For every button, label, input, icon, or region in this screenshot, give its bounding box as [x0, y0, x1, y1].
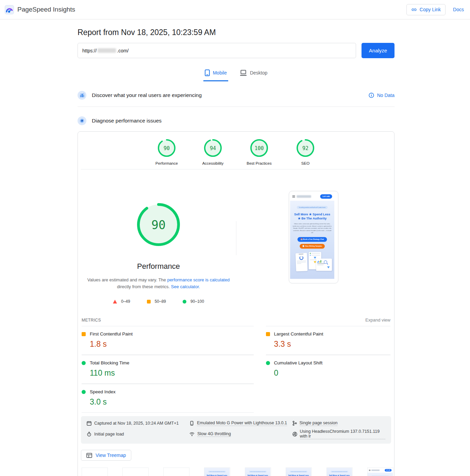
performance-score-gauge: 90 [136, 242, 181, 248]
analyze-button[interactable]: Analyze [362, 43, 395, 58]
no-data-status[interactable]: No Data [369, 93, 395, 98]
capture-info-text[interactable]: Emulated Moto G Power with Lighthouse 13… [197, 421, 287, 426]
svg-text:90: 90 [151, 218, 166, 232]
legend-range: 0–49 [121, 299, 130, 304]
svg-text:90: 90 [164, 145, 170, 151]
metrics-heading: METRICS [82, 318, 101, 323]
trust-badge: Trusted by growth-focused SaaS and IT pr… [208, 471, 225, 472]
docs-link[interactable]: Docs [453, 7, 464, 12]
chrome-icon [292, 432, 297, 437]
hero-heading: Sell More ★ Spend Less ★ Be The Authorit… [287, 475, 310, 476]
lab-data-section: Diagnose performance issues [78, 114, 395, 127]
metric-name: Total Blocking Time [90, 360, 129, 365]
final-screenshot-preview[interactable]: Let's talk Trusted by growth-focused Saa… [289, 191, 338, 283]
filmstrip-frame-4[interactable]: Trusted by growth-focused SaaS and IT pr… [204, 467, 230, 476]
filmstrip-frame-2[interactable] [122, 467, 149, 476]
brand[interactable]: PageSpeed Insights [5, 5, 75, 14]
legend-item: 0–49 [113, 299, 130, 304]
page-screenshot: Trusted by growth-focused SaaS and IT pr… [286, 468, 311, 476]
lets-talk-button: Let's talk [385, 469, 391, 472]
legend-circle-icon [183, 300, 186, 303]
capture-info-item: Captured at Nov 18, 2025, 10:24 AM GMT+1 [87, 421, 189, 426]
metric-value: 1.8 s [82, 340, 254, 349]
copy-link-button[interactable]: Copy Link [406, 4, 446, 15]
capture-info-item: Single page session [292, 421, 385, 426]
stopwatch-icon [87, 432, 91, 437]
filmstrip: Trusted by growth-focused SaaS and IT pr… [81, 467, 391, 476]
metric-status-circle-icon [82, 390, 86, 394]
app-title: PageSpeed Insights [17, 6, 75, 13]
legend-range: 50–89 [155, 299, 166, 304]
svg-text:100: 100 [254, 145, 264, 151]
filmstrip-frame-1[interactable] [82, 467, 108, 476]
capture-info-text: Captured at Nov 18, 2025, 10:24 AM GMT+1 [94, 421, 179, 426]
category-accessibility[interactable]: 94 Accessibility [197, 139, 229, 165]
trust-badge: Trusted by growth-focused SaaS and IT pr… [297, 206, 328, 209]
metric-status-circle-icon [82, 361, 86, 365]
capture-info-bar: Captured at Nov 18, 2025, 10:24 AM GMT+1… [81, 416, 391, 444]
score-gauge: 100 [250, 139, 268, 157]
legend-square-icon [147, 300, 151, 303]
tab-desktop[interactable]: Desktop [238, 67, 269, 81]
metric-value: 3.3 s [266, 340, 390, 349]
hero-paragraph: Gibran writes conversion-optimized blog … [292, 223, 332, 234]
page-screenshot: Let's talk Trusted by growth-focused Saa… [290, 192, 334, 279]
screenshot-body: Trusted by growth-focused SaaS and IT pr… [245, 468, 270, 476]
category-label: Performance [150, 161, 183, 165]
filmstrip-frame-7[interactable]: Trusted by growth-focused SaaS and IT pr… [326, 467, 353, 476]
screenshot-body: Trusted by growth-focused SaaS and IT pr… [327, 468, 352, 476]
capture-info-text[interactable]: Single page session [300, 421, 338, 426]
desktop-icon [240, 70, 247, 76]
copy-link-label: Copy Link [420, 7, 441, 12]
capture-info-text[interactable]: Slow 4G throttling [197, 431, 231, 437]
category-best-practices[interactable]: 100 Best Practices [243, 139, 275, 165]
page-screenshot: Let's talk Trusted by growth-focused Saa… [368, 468, 393, 476]
performance-description: Values are estimated and may vary. The p… [87, 277, 230, 290]
real-users-icon [78, 91, 86, 100]
filmstrip-frame-5[interactable]: Trusted by growth-focused SaaS and IT pr… [245, 467, 271, 476]
trust-badge: Trusted by growth-focused SaaS and IT pr… [249, 471, 266, 472]
url-suffix: .com/ [117, 48, 129, 53]
score-gauge: 90 [157, 139, 176, 157]
view-treemap-label: View Treemap [96, 453, 126, 458]
capture-info-item: Using HeadlessChromium 137.0.7151.119 wi… [292, 429, 385, 439]
mobile-icon [205, 69, 210, 76]
metric-value: 110 ms [82, 368, 254, 378]
tab-mobile-label: Mobile [213, 70, 227, 76]
tab-desktop-label: Desktop [250, 70, 267, 76]
metric-empty-cell [266, 384, 390, 413]
capture-info-text[interactable]: Using HeadlessChromium 137.0.7151.119 wi… [300, 429, 385, 439]
filmstrip-frame-6[interactable]: Trusted by growth-focused SaaS and IT pr… [286, 467, 312, 476]
metric-status-square-icon [82, 332, 86, 336]
session-icon [292, 421, 297, 426]
diagnose-icon [78, 116, 86, 125]
vertical-divider [236, 221, 236, 255]
expand-view-link[interactable]: Expand view [365, 317, 390, 323]
see-calculator-link[interactable]: See calculator. [171, 284, 200, 289]
category-scores-row: 90 Performance 94 Accessibility 100 Best… [81, 132, 391, 169]
screenshot-body: Trusted by growth-focused SaaS and IT pr… [286, 468, 311, 476]
view-treemap-button[interactable]: View Treemap [81, 450, 131, 461]
performance-section: 90 Performance Values are estimated and … [81, 169, 391, 304]
treemap-icon [86, 453, 92, 458]
screenshot-body: Trusted by growth-focused SaaS and IT pr… [204, 468, 230, 476]
capture-info-item: Slow 4G throttling [189, 429, 292, 439]
tab-mobile[interactable]: Mobile [203, 67, 228, 81]
metrics-grid: First Contentful Paint 1.8 s Largest Con… [81, 326, 391, 413]
site-logo-blurred [297, 195, 311, 198]
filmstrip-frame-3[interactable] [163, 467, 189, 476]
screenshot-body: Trusted by growth-focused SaaS and IT pr… [290, 201, 334, 279]
screenshot-body: Trusted by growth-focused SaaS and IT pr… [368, 473, 393, 476]
score-calculated-link[interactable]: performance score is calculated [167, 277, 230, 282]
desc-text: directly from these metrics. [117, 284, 171, 289]
page-screenshot: Trusted by growth-focused SaaS and IT pr… [204, 468, 230, 476]
legend-range: 90–100 [190, 299, 204, 304]
device-icon [189, 421, 194, 426]
category-label: Accessibility [197, 161, 229, 165]
no-data-label: No Data [377, 93, 395, 98]
filmstrip-frame-8[interactable]: Let's talk Trusted by growth-focused Saa… [367, 467, 393, 476]
category-seo[interactable]: 92 SEO [289, 139, 322, 165]
hero-heading: Sell More ★ Spend Less ★ Be The Authorit… [292, 212, 332, 220]
category-performance[interactable]: 90 Performance [150, 139, 183, 165]
url-input[interactable]: https:// .com/ [78, 43, 356, 58]
